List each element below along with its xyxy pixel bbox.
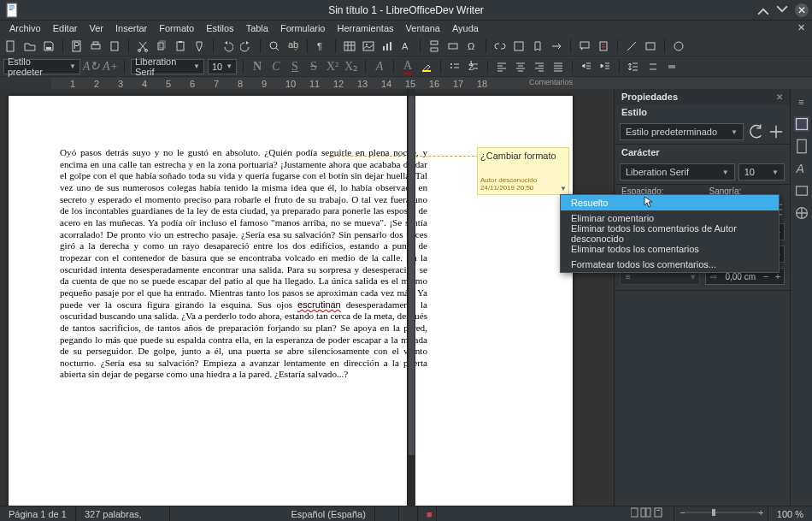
- save-icon[interactable]: [41, 38, 56, 54]
- strike-icon[interactable]: S: [306, 59, 321, 74]
- insert-cross-ref-icon[interactable]: [549, 38, 564, 54]
- status-view-icons[interactable]: [622, 506, 674, 522]
- new-style-icon[interactable]: [768, 123, 785, 140]
- zoom-slider[interactable]: −+: [674, 506, 768, 522]
- ctx-item-0[interactable]: Resuelto: [561, 195, 779, 210]
- sidebar-font-dropdown[interactable]: Liberation Serif▼: [620, 163, 735, 181]
- menu-archivo[interactable]: Archivo: [3, 21, 47, 36]
- font-size-dropdown[interactable]: 10▼: [208, 59, 237, 74]
- menu-ventana[interactable]: Ventana: [400, 21, 446, 36]
- indent-increase-icon[interactable]: [597, 59, 613, 74]
- minimize-button[interactable]: [757, 4, 769, 16]
- status-page[interactable]: Página 1 de 1: [0, 506, 76, 522]
- spellcheck-icon[interactable]: ab: [285, 38, 301, 54]
- horizontal-ruler[interactable]: 123456789101112131415161718: [51, 77, 812, 89]
- paragraph-style-dropdown[interactable]: Estilo predeter▼: [3, 59, 80, 74]
- sidebar-menu-icon[interactable]: ≡: [794, 94, 809, 110]
- menu-formulario[interactable]: Formulario: [274, 21, 332, 36]
- status-words[interactable]: 327 palabras, 1.837 caracteres: [76, 506, 170, 522]
- font-name-dropdown[interactable]: Liberation Serif▼: [131, 59, 204, 74]
- ctx-item-2[interactable]: Eliminar todos los comentarios de Autor …: [561, 226, 779, 241]
- formatting-marks-icon[interactable]: ¶: [314, 38, 329, 54]
- document-body-text[interactable]: Oyó pasos detrás suyo y no le gustó en a…: [60, 147, 427, 381]
- new-style-icon[interactable]: A+: [103, 59, 118, 74]
- print-preview-icon[interactable]: [107, 38, 122, 54]
- clone-format-icon[interactable]: [191, 38, 207, 54]
- indent-decrease-icon[interactable]: [579, 59, 594, 74]
- clear-format-icon[interactable]: A: [372, 59, 387, 74]
- insert-image-icon[interactable]: [361, 38, 376, 54]
- sidebar-fontsize-dropdown[interactable]: 10▼: [738, 163, 785, 181]
- align-center-icon[interactable]: [513, 59, 528, 74]
- zoom-percent[interactable]: 100 %: [768, 506, 812, 522]
- open-icon[interactable]: [22, 38, 38, 54]
- underline-icon[interactable]: S: [287, 59, 303, 74]
- insert-line-icon[interactable]: [624, 38, 639, 54]
- menu-insertar[interactable]: Insertar: [109, 21, 153, 36]
- numbering-icon[interactable]: 12: [466, 59, 481, 74]
- new-document-icon[interactable]: [3, 38, 19, 54]
- status-insert-mode[interactable]: [375, 506, 399, 522]
- paste-icon[interactable]: [173, 38, 188, 54]
- update-style-icon[interactable]: [747, 123, 764, 140]
- insert-footnote-icon[interactable]: [511, 38, 527, 54]
- sidebar-close-icon[interactable]: ✕: [776, 92, 783, 102]
- copy-icon[interactable]: [154, 38, 169, 54]
- update-style-icon[interactable]: A↻: [84, 59, 99, 74]
- document-area[interactable]: Oyó pasos detrás suyo y no le gustó en a…: [0, 89, 614, 511]
- export-pdf-icon[interactable]: P: [69, 38, 85, 54]
- align-justify-icon[interactable]: [550, 59, 566, 74]
- font-color-icon[interactable]: A: [400, 59, 415, 74]
- bold-icon[interactable]: N: [250, 59, 265, 74]
- basic-shapes-icon[interactable]: [643, 38, 658, 54]
- insert-hyperlink-icon[interactable]: [492, 38, 508, 54]
- sidebar-paragraph-style-dropdown[interactable]: Estilo predeterminado▼: [620, 123, 744, 140]
- subscript-icon[interactable]: X₂: [344, 59, 359, 74]
- close-button[interactable]: ✕: [795, 3, 809, 17]
- cut-icon[interactable]: [135, 38, 150, 54]
- menu-editar[interactable]: Editar: [47, 21, 84, 36]
- vertical-scrollbar[interactable]: [407, 89, 415, 511]
- menu-herramientas[interactable]: Herramientas: [332, 21, 400, 36]
- ctx-item-4[interactable]: Formatear todos los comentarios...: [561, 257, 779, 272]
- track-changes-icon[interactable]: [596, 38, 611, 54]
- menu-ayuda[interactable]: Ayuda: [446, 21, 485, 36]
- sidebar-properties-icon[interactable]: [794, 116, 809, 132]
- insert-field-icon[interactable]: [445, 38, 461, 54]
- undo-icon[interactable]: [220, 38, 235, 54]
- menu-ver[interactable]: Ver: [83, 21, 109, 36]
- insert-text-icon[interactable]: A: [398, 38, 414, 54]
- status-lang[interactable]: Español (España): [170, 506, 375, 522]
- sidebar-page-icon[interactable]: [794, 139, 809, 154]
- italic-icon[interactable]: C: [268, 59, 284, 74]
- menu-tabla[interactable]: Tabla: [240, 21, 274, 36]
- menu-estilos[interactable]: Estilos: [200, 21, 239, 36]
- find-icon[interactable]: [267, 38, 282, 54]
- align-right-icon[interactable]: [532, 59, 547, 74]
- highlight-icon[interactable]: [419, 59, 434, 74]
- status-signature-icon[interactable]: ■: [418, 506, 437, 522]
- sidebar-gallery-icon[interactable]: [794, 183, 809, 198]
- comment-box[interactable]: ¿Cambiar formato Autor desconocido 24/11…: [477, 147, 569, 195]
- insert-comment-icon[interactable]: [577, 38, 592, 54]
- print-icon[interactable]: [88, 38, 103, 54]
- bullets-icon[interactable]: [447, 59, 462, 74]
- insert-bookmark-icon[interactable]: [530, 38, 545, 54]
- sidebar-navigator-icon[interactable]: [794, 205, 809, 221]
- sidebar-styles-icon[interactable]: A: [794, 161, 809, 176]
- align-left-icon[interactable]: [494, 59, 509, 74]
- comment-menu-arrow-icon[interactable]: ▼: [560, 185, 567, 192]
- redo-icon[interactable]: [238, 38, 254, 54]
- insert-chart-icon[interactable]: [380, 38, 395, 54]
- show-draw-icon[interactable]: [671, 38, 686, 54]
- close-menu-icon[interactable]: ✕: [795, 21, 807, 33]
- para-spacing-dec-icon[interactable]: [663, 59, 679, 74]
- insert-table-icon[interactable]: [342, 38, 357, 54]
- para-spacing-inc-icon[interactable]: [644, 59, 660, 74]
- insert-symbol-icon[interactable]: Ω: [464, 38, 480, 54]
- line-spacing-icon[interactable]: [626, 59, 641, 74]
- menu-formato[interactable]: Formato: [153, 21, 200, 36]
- insert-pagebreak-icon[interactable]: [427, 38, 442, 54]
- status-selection-mode[interactable]: [399, 506, 418, 522]
- maximize-button[interactable]: [776, 4, 788, 16]
